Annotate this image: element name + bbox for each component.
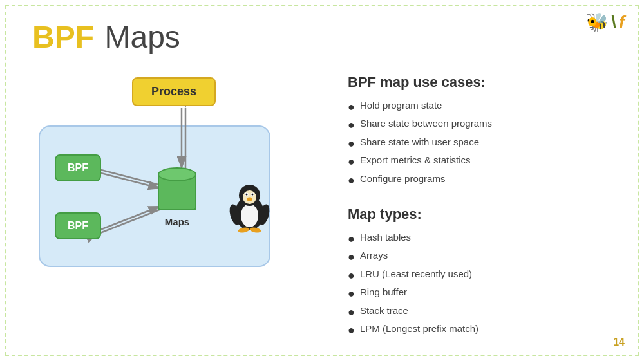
map-type-3: LRU (Least recently used): [360, 268, 472, 279]
bullet-icon: ●: [348, 173, 355, 188]
use-case-4: Export metrics & statistics: [360, 154, 471, 165]
svg-point-1: [241, 204, 258, 227]
list-item: ● Stack trace: [348, 305, 618, 320]
bpf-box-1: BPF: [55, 154, 101, 181]
diagram-area: Process BPF BPF Maps: [32, 77, 316, 277]
map-type-6: LPM (Longest prefix match): [360, 323, 478, 334]
map-type-5: Stack trace: [360, 305, 408, 316]
tux-penguin: [225, 177, 274, 237]
bullet-icon: ●: [348, 305, 355, 320]
bee-icon: 🐝: [586, 12, 609, 33]
bullet-icon: ●: [348, 136, 355, 151]
map-type-4: Ring buffer: [360, 286, 407, 297]
slide: 🐝 \ f BPF Maps Process BPF BPF Maps: [0, 0, 644, 361]
title-maps: Maps: [104, 20, 180, 54]
svg-point-7: [252, 194, 254, 196]
slash-icon: \: [611, 12, 616, 32]
map-type-1: Hash tables: [360, 232, 411, 243]
bullet-icon: ●: [348, 154, 355, 169]
maps-label: Maps: [165, 216, 189, 227]
bullet-icon: ●: [348, 268, 355, 283]
use-case-1: Hold program state: [360, 100, 442, 111]
list-item: ● Share state between programs: [348, 118, 618, 133]
use-cases-section: BPF map use cases: ● Hold program state …: [348, 74, 618, 188]
bullet-icon: ●: [348, 232, 355, 246]
use-cases-list: ● Hold program state ● Share state betwe…: [348, 100, 618, 188]
use-case-3: Share state with user space: [360, 136, 479, 147]
list-item: ● Hash tables: [348, 232, 618, 246]
title-bpf: BPF: [32, 20, 94, 54]
bullet-icon: ●: [348, 250, 355, 264]
bullet-icon: ●: [348, 118, 355, 133]
slide-title: BPF Maps: [32, 19, 180, 55]
svg-point-8: [247, 198, 252, 201]
bullet-icon: ●: [348, 323, 355, 338]
list-item: ● LRU (Least recently used): [348, 268, 618, 283]
page-number: 14: [613, 337, 625, 348]
map-types-list: ● Hash tables ● Arrays ● LRU (Least rece…: [348, 232, 618, 338]
cylinder-shape: [158, 167, 196, 212]
list-item: ● Share state with user space: [348, 136, 618, 151]
use-case-5: Configure programs: [360, 173, 446, 184]
maps-cylinder: Maps: [158, 167, 196, 227]
cylinder-top: [158, 167, 196, 181]
list-item: ● Arrays: [348, 250, 618, 264]
process-box: Process: [132, 77, 216, 106]
list-item: ● Export metrics & statistics: [348, 154, 618, 169]
use-case-2: Share state between programs: [360, 118, 492, 129]
bullet-icon: ●: [348, 100, 355, 115]
list-item: ● Ring buffer: [348, 286, 618, 301]
right-content: BPF map use cases: ● Hold program state …: [348, 74, 618, 356]
map-types-heading: Map types:: [348, 206, 618, 223]
logo-area: 🐝 \ f: [586, 12, 625, 33]
bullet-icon: ●: [348, 286, 355, 301]
list-item: ● Hold program state: [348, 100, 618, 115]
map-types-section: Map types: ● Hash tables ● Arrays ● LRU …: [348, 206, 618, 338]
use-cases-heading: BPF map use cases:: [348, 74, 618, 91]
map-type-2: Arrays: [360, 250, 388, 261]
list-item: ● LPM (Longest prefix match): [348, 323, 618, 338]
list-item: ● Configure programs: [348, 173, 618, 188]
f-logo: f: [619, 12, 625, 33]
bpf-box-2: BPF: [55, 212, 101, 239]
tux-svg: [225, 177, 274, 235]
svg-point-6: [246, 194, 248, 196]
